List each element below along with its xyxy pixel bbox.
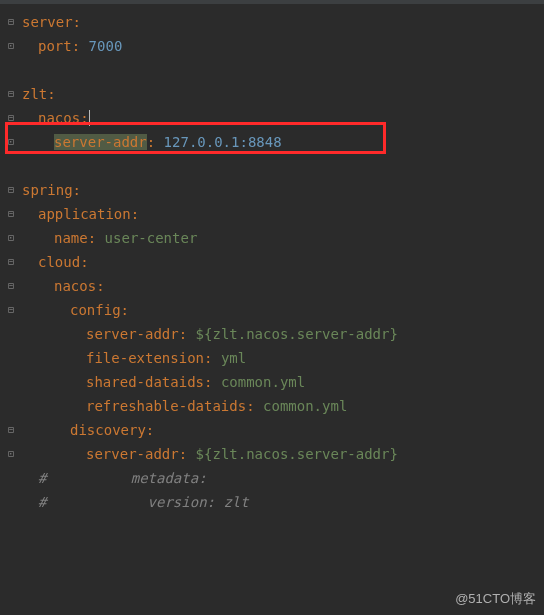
colon: :: [72, 38, 80, 54]
fold-marker[interactable]: ⊟: [0, 418, 22, 442]
fold-gutter[interactable]: ⊟⊡⊟⊟⊡⊟⊟⊡⊟⊟⊟⊟⊡: [0, 10, 22, 514]
fold-marker[interactable]: ⊡: [0, 34, 22, 58]
colon: :: [73, 182, 81, 198]
yaml-value: common.yml: [263, 398, 347, 414]
code-line[interactable]: discovery:: [22, 418, 544, 442]
code-line[interactable]: # version: zlt: [22, 490, 544, 514]
code-line[interactable]: server-addr: ${zlt.nacos.server-addr}: [22, 322, 544, 346]
code-line[interactable]: name: user-center: [22, 226, 544, 250]
yaml-value: 127.0.0.1:8848: [164, 134, 282, 150]
code-line[interactable]: file-extension: yml: [22, 346, 544, 370]
yaml-key: server-addr: [86, 446, 179, 462]
yaml-key: zlt: [22, 86, 47, 102]
fold-marker[interactable]: ⊡: [0, 226, 22, 250]
yaml-value: yml: [221, 350, 246, 366]
code-line[interactable]: spring:: [22, 178, 544, 202]
fold-marker[interactable]: ⊟: [0, 10, 22, 34]
code-line[interactable]: port: 7000: [22, 34, 544, 58]
fold-marker: [0, 346, 22, 370]
code-editor[interactable]: ⊟⊡⊟⊟⊡⊟⊟⊡⊟⊟⊟⊟⊡ server:port: 7000 zlt:naco…: [0, 4, 544, 514]
fold-marker[interactable]: ⊟: [0, 82, 22, 106]
colon: :: [147, 134, 155, 150]
text-caret: [89, 110, 90, 126]
yaml-key: server-addr: [54, 134, 147, 150]
colon: :: [80, 110, 88, 126]
colon: :: [88, 230, 96, 246]
code-line[interactable]: nacos:: [22, 106, 544, 130]
yaml-key: config: [70, 302, 121, 318]
colon: :: [179, 446, 187, 462]
colon: :: [179, 326, 187, 342]
fold-marker[interactable]: ⊟: [0, 274, 22, 298]
yaml-key: cloud: [38, 254, 80, 270]
colon: :: [121, 302, 129, 318]
code-line[interactable]: server-addr: 127.0.0.1:8848: [22, 130, 544, 154]
yaml-key: discovery: [70, 422, 146, 438]
code-line[interactable]: refreshable-dataids: common.yml: [22, 394, 544, 418]
colon: :: [146, 422, 154, 438]
fold-marker: [0, 466, 22, 490]
yaml-key: server: [22, 14, 73, 30]
fold-marker: [0, 58, 22, 82]
yaml-key: application: [38, 206, 131, 222]
yaml-key: nacos: [38, 110, 80, 126]
yaml-key: nacos: [54, 278, 96, 294]
fold-marker[interactable]: ⊟: [0, 178, 22, 202]
code-line[interactable]: config:: [22, 298, 544, 322]
yaml-key: file-extension: [86, 350, 204, 366]
code-area[interactable]: server:port: 7000 zlt:nacos:server-addr:…: [22, 10, 544, 514]
fold-marker: [0, 322, 22, 346]
yaml-key: port: [38, 38, 72, 54]
code-line[interactable]: server-addr: ${zlt.nacos.server-addr}: [22, 442, 544, 466]
code-line[interactable]: server:: [22, 10, 544, 34]
fold-marker[interactable]: ⊟: [0, 298, 22, 322]
yaml-value: ${zlt.nacos.server-addr}: [196, 326, 398, 342]
comment-text: metadata:: [46, 470, 206, 486]
watermark: @51CTO博客: [455, 587, 536, 611]
fold-marker[interactable]: ⊟: [0, 202, 22, 226]
fold-marker[interactable]: ⊡: [0, 130, 22, 154]
code-line[interactable]: [22, 154, 544, 178]
yaml-key: name: [54, 230, 88, 246]
code-line[interactable]: # metadata:: [22, 466, 544, 490]
code-line[interactable]: shared-dataids: common.yml: [22, 370, 544, 394]
fold-marker: [0, 490, 22, 514]
code-line[interactable]: [22, 58, 544, 82]
code-line[interactable]: application:: [22, 202, 544, 226]
colon: :: [96, 278, 104, 294]
fold-marker[interactable]: ⊟: [0, 106, 22, 130]
fold-marker: [0, 370, 22, 394]
yaml-value: ${zlt.nacos.server-addr}: [196, 446, 398, 462]
fold-marker[interactable]: ⊟: [0, 250, 22, 274]
colon: :: [47, 86, 55, 102]
comment-text: version: zlt: [46, 494, 248, 510]
colon: :: [80, 254, 88, 270]
yaml-key: server-addr: [86, 326, 179, 342]
fold-marker: [0, 154, 22, 178]
fold-marker[interactable]: ⊡: [0, 442, 22, 466]
yaml-key: refreshable-dataids: [86, 398, 246, 414]
code-line[interactable]: zlt:: [22, 82, 544, 106]
code-line[interactable]: cloud:: [22, 250, 544, 274]
colon: :: [73, 14, 81, 30]
colon: :: [246, 398, 254, 414]
yaml-value: user-center: [105, 230, 198, 246]
yaml-key: shared-dataids: [86, 374, 204, 390]
code-line[interactable]: nacos:: [22, 274, 544, 298]
yaml-value: 7000: [89, 38, 123, 54]
yaml-value: common.yml: [221, 374, 305, 390]
yaml-key: spring: [22, 182, 73, 198]
fold-marker: [0, 394, 22, 418]
colon: :: [131, 206, 139, 222]
